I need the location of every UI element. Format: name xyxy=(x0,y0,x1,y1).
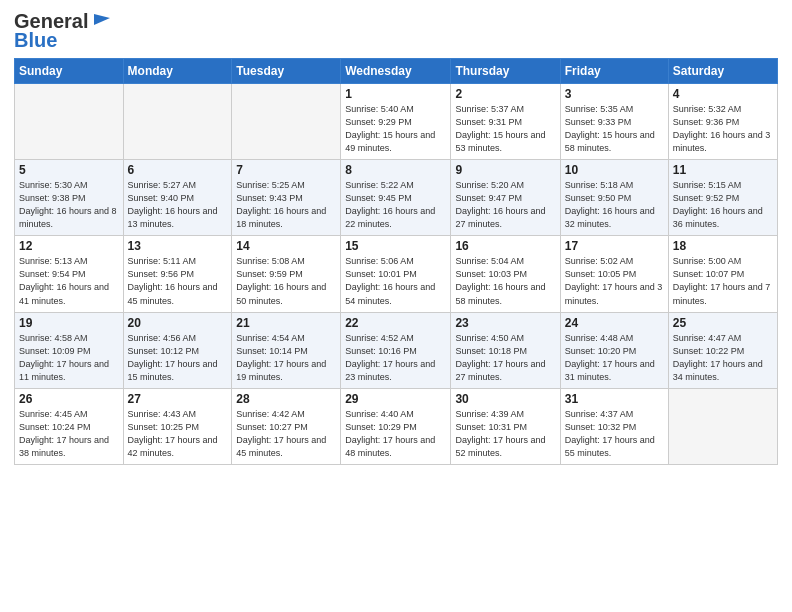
calendar-day-cell: 1Sunrise: 5:40 AM Sunset: 9:29 PM Daylig… xyxy=(341,84,451,160)
calendar-day-cell: 28Sunrise: 4:42 AM Sunset: 10:27 PM Dayl… xyxy=(232,388,341,464)
day-number: 13 xyxy=(128,239,228,253)
day-number: 23 xyxy=(455,316,555,330)
day-number: 31 xyxy=(565,392,664,406)
day-number: 7 xyxy=(236,163,336,177)
day-detail: Sunrise: 4:37 AM Sunset: 10:32 PM Daylig… xyxy=(565,408,664,460)
calendar-day-cell: 23Sunrise: 4:50 AM Sunset: 10:18 PM Dayl… xyxy=(451,312,560,388)
day-number: 18 xyxy=(673,239,773,253)
day-number: 1 xyxy=(345,87,446,101)
day-detail: Sunrise: 5:06 AM Sunset: 10:01 PM Daylig… xyxy=(345,255,446,307)
calendar-day-cell: 9Sunrise: 5:20 AM Sunset: 9:47 PM Daylig… xyxy=(451,160,560,236)
day-detail: Sunrise: 4:40 AM Sunset: 10:29 PM Daylig… xyxy=(345,408,446,460)
day-detail: Sunrise: 4:52 AM Sunset: 10:16 PM Daylig… xyxy=(345,332,446,384)
calendar-day-cell: 22Sunrise: 4:52 AM Sunset: 10:16 PM Dayl… xyxy=(341,312,451,388)
logo-blue-text: Blue xyxy=(14,29,57,52)
day-detail: Sunrise: 5:08 AM Sunset: 9:59 PM Dayligh… xyxy=(236,255,336,307)
calendar-day-cell: 4Sunrise: 5:32 AM Sunset: 9:36 PM Daylig… xyxy=(668,84,777,160)
day-number: 21 xyxy=(236,316,336,330)
day-number: 12 xyxy=(19,239,119,253)
calendar-day-cell: 21Sunrise: 4:54 AM Sunset: 10:14 PM Dayl… xyxy=(232,312,341,388)
day-detail: Sunrise: 5:00 AM Sunset: 10:07 PM Daylig… xyxy=(673,255,773,307)
day-number: 8 xyxy=(345,163,446,177)
calendar-day-cell: 7Sunrise: 5:25 AM Sunset: 9:43 PM Daylig… xyxy=(232,160,341,236)
day-number: 11 xyxy=(673,163,773,177)
day-number: 19 xyxy=(19,316,119,330)
day-detail: Sunrise: 4:54 AM Sunset: 10:14 PM Daylig… xyxy=(236,332,336,384)
day-number: 2 xyxy=(455,87,555,101)
day-number: 16 xyxy=(455,239,555,253)
day-number: 22 xyxy=(345,316,446,330)
calendar-day-cell: 18Sunrise: 5:00 AM Sunset: 10:07 PM Dayl… xyxy=(668,236,777,312)
day-detail: Sunrise: 5:35 AM Sunset: 9:33 PM Dayligh… xyxy=(565,103,664,155)
calendar-day-cell: 16Sunrise: 5:04 AM Sunset: 10:03 PM Dayl… xyxy=(451,236,560,312)
day-number: 24 xyxy=(565,316,664,330)
weekday-header-sunday: Sunday xyxy=(15,59,124,84)
day-detail: Sunrise: 4:56 AM Sunset: 10:12 PM Daylig… xyxy=(128,332,228,384)
calendar-week-row: 26Sunrise: 4:45 AM Sunset: 10:24 PM Dayl… xyxy=(15,388,778,464)
day-number: 3 xyxy=(565,87,664,101)
calendar-day-cell: 5Sunrise: 5:30 AM Sunset: 9:38 PM Daylig… xyxy=(15,160,124,236)
day-detail: Sunrise: 4:43 AM Sunset: 10:25 PM Daylig… xyxy=(128,408,228,460)
calendar-day-cell: 29Sunrise: 4:40 AM Sunset: 10:29 PM Dayl… xyxy=(341,388,451,464)
weekday-header-saturday: Saturday xyxy=(668,59,777,84)
day-detail: Sunrise: 5:04 AM Sunset: 10:03 PM Daylig… xyxy=(455,255,555,307)
calendar-day-cell: 2Sunrise: 5:37 AM Sunset: 9:31 PM Daylig… xyxy=(451,84,560,160)
calendar-week-row: 19Sunrise: 4:58 AM Sunset: 10:09 PM Dayl… xyxy=(15,312,778,388)
day-number: 30 xyxy=(455,392,555,406)
calendar-day-cell xyxy=(123,84,232,160)
weekday-header-thursday: Thursday xyxy=(451,59,560,84)
day-detail: Sunrise: 4:50 AM Sunset: 10:18 PM Daylig… xyxy=(455,332,555,384)
calendar-day-cell: 14Sunrise: 5:08 AM Sunset: 9:59 PM Dayli… xyxy=(232,236,341,312)
logo-flag-icon xyxy=(90,12,112,30)
day-detail: Sunrise: 4:45 AM Sunset: 10:24 PM Daylig… xyxy=(19,408,119,460)
calendar-week-row: 12Sunrise: 5:13 AM Sunset: 9:54 PM Dayli… xyxy=(15,236,778,312)
calendar-day-cell: 6Sunrise: 5:27 AM Sunset: 9:40 PM Daylig… xyxy=(123,160,232,236)
day-detail: Sunrise: 4:48 AM Sunset: 10:20 PM Daylig… xyxy=(565,332,664,384)
day-detail: Sunrise: 4:42 AM Sunset: 10:27 PM Daylig… xyxy=(236,408,336,460)
weekday-header-friday: Friday xyxy=(560,59,668,84)
calendar-day-cell: 17Sunrise: 5:02 AM Sunset: 10:05 PM Dayl… xyxy=(560,236,668,312)
day-detail: Sunrise: 5:40 AM Sunset: 9:29 PM Dayligh… xyxy=(345,103,446,155)
day-detail: Sunrise: 5:18 AM Sunset: 9:50 PM Dayligh… xyxy=(565,179,664,231)
calendar-day-cell: 25Sunrise: 4:47 AM Sunset: 10:22 PM Dayl… xyxy=(668,312,777,388)
day-detail: Sunrise: 5:02 AM Sunset: 10:05 PM Daylig… xyxy=(565,255,664,307)
day-detail: Sunrise: 5:25 AM Sunset: 9:43 PM Dayligh… xyxy=(236,179,336,231)
day-detail: Sunrise: 5:15 AM Sunset: 9:52 PM Dayligh… xyxy=(673,179,773,231)
day-detail: Sunrise: 5:30 AM Sunset: 9:38 PM Dayligh… xyxy=(19,179,119,231)
day-number: 29 xyxy=(345,392,446,406)
day-number: 4 xyxy=(673,87,773,101)
day-detail: Sunrise: 5:22 AM Sunset: 9:45 PM Dayligh… xyxy=(345,179,446,231)
calendar-week-row: 5Sunrise: 5:30 AM Sunset: 9:38 PM Daylig… xyxy=(15,160,778,236)
page: General Blue SundayMondayTuesdayWednesda… xyxy=(0,0,792,612)
day-detail: Sunrise: 4:39 AM Sunset: 10:31 PM Daylig… xyxy=(455,408,555,460)
calendar-day-cell: 8Sunrise: 5:22 AM Sunset: 9:45 PM Daylig… xyxy=(341,160,451,236)
calendar-day-cell: 20Sunrise: 4:56 AM Sunset: 10:12 PM Dayl… xyxy=(123,312,232,388)
calendar-day-cell xyxy=(668,388,777,464)
calendar-day-cell: 31Sunrise: 4:37 AM Sunset: 10:32 PM Dayl… xyxy=(560,388,668,464)
calendar-day-cell: 15Sunrise: 5:06 AM Sunset: 10:01 PM Dayl… xyxy=(341,236,451,312)
calendar-day-cell: 12Sunrise: 5:13 AM Sunset: 9:54 PM Dayli… xyxy=(15,236,124,312)
day-number: 14 xyxy=(236,239,336,253)
calendar-day-cell: 11Sunrise: 5:15 AM Sunset: 9:52 PM Dayli… xyxy=(668,160,777,236)
weekday-header-row: SundayMondayTuesdayWednesdayThursdayFrid… xyxy=(15,59,778,84)
day-detail: Sunrise: 5:13 AM Sunset: 9:54 PM Dayligh… xyxy=(19,255,119,307)
calendar-day-cell xyxy=(15,84,124,160)
day-number: 9 xyxy=(455,163,555,177)
header: General Blue xyxy=(14,10,778,52)
day-detail: Sunrise: 5:20 AM Sunset: 9:47 PM Dayligh… xyxy=(455,179,555,231)
calendar-day-cell: 24Sunrise: 4:48 AM Sunset: 10:20 PM Dayl… xyxy=(560,312,668,388)
day-detail: Sunrise: 5:27 AM Sunset: 9:40 PM Dayligh… xyxy=(128,179,228,231)
calendar-day-cell: 10Sunrise: 5:18 AM Sunset: 9:50 PM Dayli… xyxy=(560,160,668,236)
day-number: 10 xyxy=(565,163,664,177)
weekday-header-wednesday: Wednesday xyxy=(341,59,451,84)
svg-marker-0 xyxy=(94,14,110,25)
day-number: 25 xyxy=(673,316,773,330)
day-number: 15 xyxy=(345,239,446,253)
day-number: 27 xyxy=(128,392,228,406)
calendar-day-cell xyxy=(232,84,341,160)
day-detail: Sunrise: 4:58 AM Sunset: 10:09 PM Daylig… xyxy=(19,332,119,384)
calendar-day-cell: 27Sunrise: 4:43 AM Sunset: 10:25 PM Dayl… xyxy=(123,388,232,464)
calendar-week-row: 1Sunrise: 5:40 AM Sunset: 9:29 PM Daylig… xyxy=(15,84,778,160)
day-number: 17 xyxy=(565,239,664,253)
calendar-day-cell: 19Sunrise: 4:58 AM Sunset: 10:09 PM Dayl… xyxy=(15,312,124,388)
